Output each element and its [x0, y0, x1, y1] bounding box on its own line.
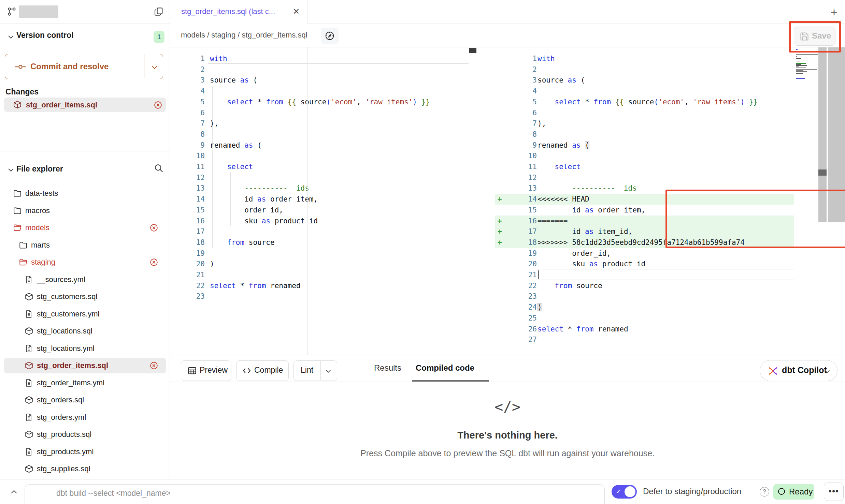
command-input-value: dbt build --select <model_name>	[56, 489, 171, 498]
file-row-stg-customers-sql[interactable]: stg_customers.sql	[0, 288, 170, 305]
line-number: 1	[181, 53, 205, 64]
file-label: stg_products.sql	[37, 430, 91, 439]
lint-button[interactable]: Lint	[293, 360, 337, 381]
file-row-stg-supplies-sql[interactable]: stg_supplies.sql	[0, 460, 170, 477]
tab-stg-order-items[interactable]: stg_order_items.sql (last c... ✕	[170, 0, 307, 24]
changed-file-name: stg_order_items.sql	[26, 101, 97, 109]
commit-and-resolve-button[interactable]: Commit and resolve	[5, 54, 163, 79]
sidebar: Version control 1 Commit and resolve Cha…	[0, 0, 170, 479]
annotation-box-save	[789, 21, 841, 53]
compile-button[interactable]: Compile	[236, 360, 289, 381]
dbt-copilot-button[interactable]: dbt Copilot	[760, 360, 837, 381]
file-row-macros[interactable]: macros	[0, 202, 170, 219]
lint-label: Lint	[301, 366, 313, 375]
file-label: models	[25, 223, 49, 232]
file-row-stg-orders-yml[interactable]: stg_orders.yml	[0, 409, 170, 426]
changed-file-row[interactable]: stg_order_items.sql	[4, 98, 166, 112]
file-row--sources-yml[interactable]: __sources.yml	[0, 271, 170, 288]
commit-button-label: Commit and resolve	[30, 62, 109, 71]
file-row-stg-locations-yml[interactable]: stg_locations.yml	[0, 340, 170, 357]
file-row-stg-customers-yml[interactable]: stg_customers.yml	[0, 306, 170, 323]
tab-close-icon[interactable]: ✕	[293, 7, 300, 16]
new-tab-button[interactable]: +	[827, 5, 841, 19]
line-number: 11	[181, 161, 205, 172]
discard-change-icon[interactable]	[149, 361, 158, 370]
empty-state-subtitle: Press Compile above to preview the SQL d…	[170, 448, 845, 458]
editor-pane-original[interactable]: 1with23source as (45 select * from {{ so…	[170, 47, 469, 355]
file-row-models[interactable]: models	[0, 219, 170, 236]
minimap-line	[796, 69, 817, 70]
folder-open-icon	[13, 223, 22, 232]
tab-compiled-code[interactable]: Compiled code	[416, 363, 474, 373]
doc-icon	[25, 413, 33, 422]
line-number: 13	[181, 183, 205, 194]
more-options-button[interactable]: •••	[824, 483, 844, 501]
file-row-data-tests[interactable]: data-tests	[0, 185, 170, 202]
line-number: 15	[513, 205, 537, 216]
minimap-line	[796, 64, 801, 65]
discard-change-icon[interactable]	[154, 101, 162, 109]
tab-label: stg_order_items.sql (last c...	[181, 7, 275, 16]
line-number: 7	[181, 118, 205, 129]
discard-change-icon[interactable]	[149, 258, 158, 267]
active-line-highlight	[536, 269, 794, 280]
file-row-marts[interactable]: marts	[0, 237, 170, 254]
line-number: 10	[513, 150, 537, 161]
line-number: 25	[513, 313, 537, 324]
active-tab-underline	[412, 380, 489, 382]
file-row-stg-order-items-sql[interactable]: stg_order_items.sql	[0, 357, 170, 374]
help-icon[interactable]: ?	[760, 487, 769, 496]
defer-toggle[interactable]: ✓	[612, 485, 637, 499]
file-row-stg-locations-sql[interactable]: stg_locations.sql	[0, 323, 170, 340]
code-line: ),	[210, 118, 218, 129]
diff-plus-marker: +	[498, 237, 502, 248]
commit-dropdown-chevron-icon[interactable]	[151, 63, 159, 71]
line-number: 21	[181, 269, 205, 280]
copy-icon[interactable]	[154, 5, 164, 18]
line-number: 5	[513, 97, 537, 107]
line-number: 12	[181, 172, 205, 183]
line-number: 22	[513, 280, 537, 291]
line-number: 22	[181, 280, 205, 291]
chevron-up-icon[interactable]	[10, 488, 18, 496]
code-line: id as item_id,	[538, 226, 632, 237]
minimap-line	[796, 63, 806, 64]
ready-status-badge: Ready	[773, 484, 814, 500]
tab-results[interactable]: Results	[374, 363, 401, 373]
lint-dropdown-chevron-icon[interactable]	[325, 367, 332, 375]
discard-change-icon[interactable]	[149, 223, 158, 232]
sidebar-header	[0, 0, 170, 24]
search-icon[interactable]	[154, 163, 164, 173]
chevron-down-icon[interactable]	[7, 166, 15, 174]
code-line: )	[210, 258, 214, 269]
code-line: id as order_item,	[210, 194, 318, 205]
commit-icon	[15, 62, 26, 71]
left-scrollbar-thumb[interactable]	[469, 48, 476, 53]
toolbar-divider	[350, 355, 350, 382]
file-row-stg-products-sql[interactable]: stg_products.sql	[0, 426, 170, 443]
file-label: stg_locations.sql	[37, 327, 92, 336]
file-row-stg-order-items-yml[interactable]: stg_order_items.yml	[0, 374, 170, 391]
code-line: order_id,	[210, 205, 283, 216]
toggle-knob	[625, 486, 635, 497]
code-line: with	[538, 53, 555, 64]
file-row-stg-orders-sql[interactable]: stg_orders.sql	[0, 391, 170, 409]
command-input[interactable]: dbt build --select <model_name>	[25, 484, 605, 504]
minimap[interactable]	[796, 49, 818, 73]
file-row-stg-products-yml[interactable]: stg_products.yml	[0, 443, 170, 460]
branch-icon[interactable]	[7, 6, 17, 17]
branch-name-placeholder[interactable]	[19, 5, 58, 18]
minimap-line	[796, 73, 803, 74]
ready-label: Ready	[789, 487, 813, 496]
file-label: stg_order_items.yml	[37, 379, 104, 387]
code-line: order_id,	[538, 248, 611, 259]
dbt-copilot-icon	[768, 366, 778, 376]
code-line: source as (	[210, 75, 257, 86]
code-line: sku as product_id	[210, 216, 318, 226]
chevron-down-icon[interactable]	[7, 33, 15, 41]
file-row-staging[interactable]: staging	[0, 254, 170, 271]
preview-button[interactable]: Preview	[181, 360, 231, 381]
lineage-button[interactable]	[321, 28, 339, 44]
copilot-chevron-icon[interactable]	[823, 368, 831, 375]
right-scrollbar-thumb[interactable]	[818, 169, 827, 176]
